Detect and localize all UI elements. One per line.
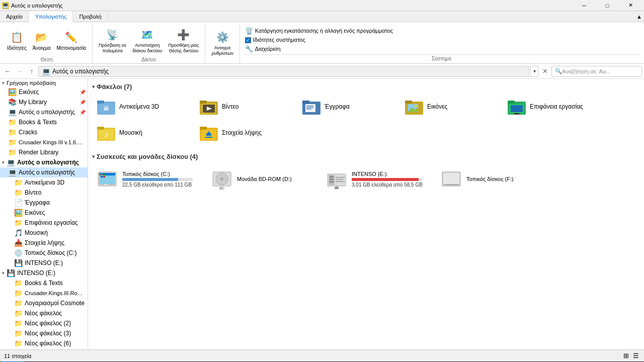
close-button[interactable]: ✕ (619, 0, 642, 11)
drive-c[interactable]: Τοπικός δίσκος (C:) 22,5 GB ελεύθερα από… (92, 164, 203, 194)
drives-section-arrow: ▾ (92, 154, 95, 159)
sidebar-item-pics[interactable]: 🖼️ Εικόνες (0, 208, 88, 218)
tab-computer[interactable]: Υπολογιστής (29, 11, 73, 22)
sidebar-item-intenso-thispc[interactable]: 💾 INTENSO (E:) (0, 258, 88, 268)
forward-button[interactable]: → (14, 66, 25, 77)
sidebar-item-downloads[interactable]: 📥 Στοιχεία λήψης (0, 238, 88, 248)
sidebar-item-new-folder-3[interactable]: 📁 Νέος φάκελος (3) (0, 328, 88, 338)
drive-e[interactable]: INTENSO (E:) 3,01 GB ελεύθερα από 58,5 G… (321, 164, 432, 194)
drive-f-icon (440, 168, 462, 190)
rename-button[interactable]: ✏️ Μετονομασία (55, 29, 88, 52)
checkbox-system-props: ✓ (245, 37, 251, 43)
sidebar-item-music[interactable]: 🎵 Μουσική (0, 228, 88, 238)
media-access-icon: 📡 (106, 28, 120, 42)
address-field[interactable]: 💻 Αυτός ο υπολογιστής (38, 66, 529, 77)
sidebar-item-new-folder-2[interactable]: 📁 Νέος φάκελος (2) (0, 318, 88, 328)
svg-rect-22 (508, 101, 515, 104)
sidebar-item-pictures-qa[interactable]: 🖼️ Εικόνες 📌 (0, 87, 88, 97)
sidebar-item-books-qa[interactable]: 📁 Books & Texts (0, 117, 88, 127)
sidebar-item-render[interactable]: 📁 Render Library (0, 147, 88, 157)
ribbon: Αρχείο Υπολογιστής Προβολή ▲ 📋 Ιδιότητες… (0, 11, 644, 64)
folder-desktop[interactable]: Επιφάνεια εργασίας (503, 95, 603, 119)
quick-access-header[interactable]: ▾ Γρήγορη πρόσβαση (0, 79, 88, 87)
desktop-sidebar-icon: 📁 (14, 219, 23, 227)
folder-music[interactable]: ♪ Μουσική (92, 121, 193, 145)
new-folder-2-icon: 📁 (14, 319, 23, 327)
folder-video[interactable]: Βίντεο (195, 95, 295, 119)
thispc-header[interactable]: ▾ 💻 Αυτός ο υπολογιστής (0, 157, 88, 167)
folder-downloads[interactable]: Στοιχεία λήψης (195, 121, 295, 145)
system-props-button[interactable]: ✓ Ιδιότητες συστήματος (244, 36, 639, 44)
svg-rect-44 (101, 176, 103, 177)
media-access-button[interactable]: 📡 Πρόσβαση σεπολυμέσα (97, 27, 128, 55)
address-chevron[interactable]: ▾ (530, 66, 538, 77)
tab-view[interactable]: Προβολή (73, 11, 108, 22)
sidebar-item-c-drive[interactable]: 💿 Τοπικός δίσκος (C:) (0, 248, 88, 258)
uninstall-button[interactable]: 🗑️ Κατάργηση εγκατάστασης ή αλλαγή ενός … (244, 27, 639, 35)
folder-3d[interactable]: 3D Αντικείμενα 3D (92, 95, 193, 119)
sidebar-item-crusader[interactable]: 📁 Crusader Kings III v.1.6.0 (2020) (0, 137, 88, 147)
sidebar-item-video[interactable]: 📁 Βίντεο (0, 188, 88, 198)
properties-button[interactable]: 📋 Ιδιότητες (5, 29, 29, 52)
folder-pictures[interactable]: Εικόνες (400, 95, 501, 119)
open-icon: 📂 (35, 30, 49, 44)
sidebar-item-new-folder-7[interactable]: 📁 Νέος φάκελος (7) (0, 348, 88, 349)
new-folder-3-icon: 📁 (14, 329, 23, 337)
svg-rect-6 (200, 101, 207, 104)
folder-desktop-icon (507, 97, 527, 117)
minimize-button[interactable]: ─ (573, 0, 596, 11)
sidebar-item-cracks[interactable]: 📁 Cracks (0, 127, 88, 137)
tab-file[interactable]: Αρχείο (0, 11, 29, 22)
docs-sidebar-icon: 📄 (14, 199, 23, 207)
folder-docs[interactable]: Έγγραφα (297, 95, 398, 119)
settings-buttons: ⚙️ Άνοιγμαρυθμίσεων (209, 25, 235, 61)
search-icon: 🔍 (555, 68, 562, 74)
drive-c-bar-fill (122, 178, 178, 181)
svg-rect-40 (100, 184, 104, 185)
details-view-button[interactable]: ☰ (632, 352, 640, 360)
up-button[interactable]: ↑ (26, 66, 37, 77)
sidebar-item-new-folder-6[interactable]: 📁 Νέος φάκελος (6) (0, 338, 88, 348)
drive-d[interactable]: BD Μονάδα BD-ROM (D:) (207, 164, 317, 194)
intenso-header[interactable]: ▾ 💾 INTENSO (E:) (0, 268, 88, 278)
ribbon-collapse[interactable]: ▲ (634, 11, 644, 22)
manage-icon: 🔧 (245, 45, 253, 53)
cosmote-icon: 📁 (14, 299, 23, 307)
drive-f[interactable]: Τοπικός δίσκος (F:) (436, 164, 547, 194)
sidebar-item-thispc-qa[interactable]: 💻 Αυτός ο υπολογιστής 📌 (0, 107, 88, 117)
svg-rect-11 (302, 101, 309, 104)
svg-rect-55 (336, 177, 345, 178)
maximize-button[interactable]: □ (596, 0, 619, 11)
sidebar-item-desktop[interactable]: 📁 Επιφάνεια εργασίας (0, 218, 88, 228)
content-area: ▾ Φάκελοι (7) 3D Αντικείμενα 3D (88, 79, 644, 349)
ribbon-group-thesi: 📋 Ιδιότητες 📂 Άνοιγμα ✏️ Μετονομασία Θέσ… (1, 24, 93, 63)
sidebar-item-cosmote[interactable]: 📁 Λογαριασμοί Cosmote (0, 298, 88, 308)
folders-section-header[interactable]: ▾ Φάκελοι (7) (92, 83, 640, 90)
sidebar-item-mylibrary[interactable]: 📚 My Library 📌 (0, 97, 88, 107)
drive-e-bar-bg (352, 178, 422, 181)
pics-sidebar-icon: 🖼️ (14, 209, 23, 217)
open-button[interactable]: 📂 Άνοιγμα (31, 29, 53, 52)
sidebar-item-3d[interactable]: 📁 Αντικείμενα 3D (0, 177, 88, 188)
sidebar-item-thispc-selected[interactable]: 💻 Αυτός ο υπολογιστής (0, 167, 88, 177)
status-bar: 11 στοιχεία ⊞ ☰ (0, 349, 644, 361)
sidebar-item-docs[interactable]: 📄 Έγγραφα (0, 198, 88, 208)
sidebar-item-books-e[interactable]: 📁 Books & Texts (0, 278, 88, 288)
large-icons-view-button[interactable]: ⊞ (622, 352, 630, 360)
sidebar-item-new-folder-1[interactable]: 📁 Νέος φάκελος (0, 308, 88, 318)
manage-button[interactable]: 🔧 Διαχείριση (244, 45, 639, 53)
drive-c-bar-bg (122, 178, 193, 181)
thesi-label: Θέση (41, 57, 53, 62)
back-button[interactable]: ← (2, 66, 13, 77)
3d-icon: 📁 (14, 178, 23, 187)
open-settings-button[interactable]: ⚙️ Άνοιγμαρυθμίσεων (209, 29, 235, 57)
sidebar-item-crusader-e[interactable]: 📁 Crusader.Kings.III.Royal.Editio (0, 288, 88, 298)
folders-grid: 3D Αντικείμενα 3D Βίντεο (92, 95, 640, 145)
svg-rect-52 (330, 176, 334, 177)
address-clear[interactable]: ✕ (539, 66, 550, 77)
search-field[interactable]: 🔍 Αναζήτηση σε: Αυ... (551, 66, 642, 77)
map-drive-button[interactable]: 🗺️ Αντιστοίχισηδίσκου δικτύου (130, 27, 164, 55)
add-network-button[interactable]: ➕ Προσθήκη μιαςΘέσης δικτύου (166, 27, 201, 55)
settings-icon: ⚙️ (215, 30, 229, 44)
drives-section-header[interactable]: ▾ Συσκευές και μονάδες δίσκου (4) (92, 153, 640, 160)
